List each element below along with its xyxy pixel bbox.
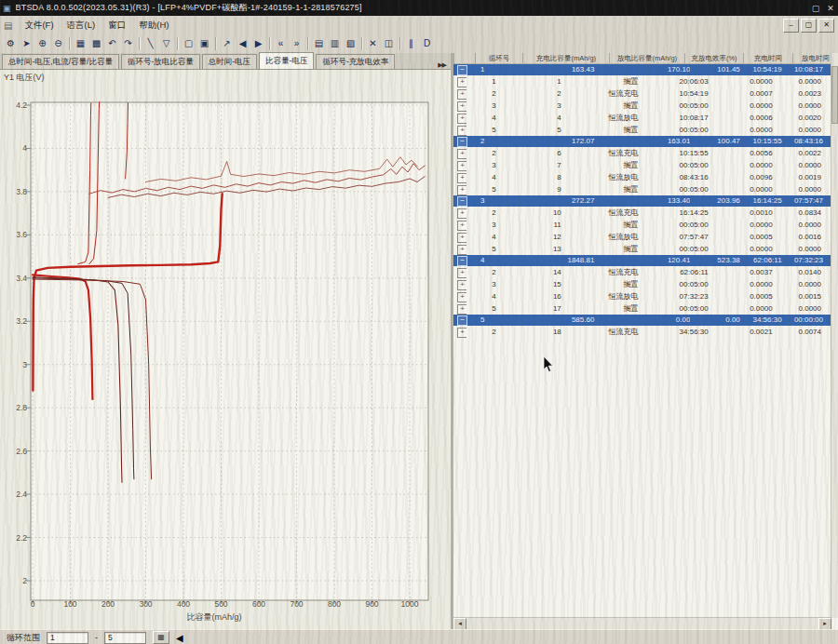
step-row[interactable]: +48恒流放电08:43:160.00960.0019 <box>453 171 838 183</box>
step-row[interactable]: +416恒流放电07:32:230.00050.0015 <box>453 290 838 302</box>
columns-button[interactable]: ∥ <box>403 36 419 51</box>
mdi-restore-button[interactable]: ▢ <box>801 19 817 33</box>
zoom-out-button[interactable]: ⊖ <box>50 36 66 51</box>
expand-icon[interactable]: + <box>457 101 466 112</box>
next-point-button[interactable]: ▶ <box>250 36 266 51</box>
collapse-icon[interactable]: − <box>457 137 467 147</box>
list-view-1-button[interactable]: ▤ <box>311 36 327 51</box>
settings-button[interactable]: ⚙ <box>3 36 19 51</box>
pointer-button[interactable]: ➤ <box>19 36 34 51</box>
table-hscrollbar[interactable]: ◂ ▸ <box>453 617 831 629</box>
expand-icon[interactable]: + <box>457 77 466 87</box>
expand-icon[interactable]: + <box>457 185 466 195</box>
step-row[interactable]: +37搁置00:05:000.00000.0000 <box>453 159 838 171</box>
step-row[interactable]: +513搁置00:05:000.00000.0000 <box>453 243 838 255</box>
collapse-icon[interactable]: − <box>457 65 467 75</box>
step-row[interactable]: +315搁置00:05:000.00000.0000 <box>453 278 838 290</box>
chart-view-button[interactable]: ▩ <box>88 36 104 51</box>
tab-capacity-voltage[interactable]: 比容量-电压 <box>259 52 314 69</box>
expand-icon[interactable]: + <box>457 292 466 302</box>
open-file-button[interactable]: ▢ <box>181 36 196 51</box>
mdi-close-button[interactable]: ✕ <box>818 19 834 33</box>
expand-icon[interactable]: + <box>457 233 466 243</box>
tab-cycle-efficiency[interactable]: 循环号-充放电效率 <box>316 54 395 69</box>
apply-range-button[interactable]: ▦ <box>153 631 169 644</box>
expand-icon[interactable]: + <box>457 221 466 231</box>
tab-time-voltage[interactable]: 总时间-电压 <box>202 54 257 69</box>
window-restore-button[interactable]: ▢ <box>808 4 823 13</box>
cycle-to-input[interactable]: 5 <box>104 632 146 644</box>
line-tool-button[interactable]: ╲ <box>142 36 158 51</box>
cycle-summary-row[interactable]: −3272.27133.40203.9616:14:2507:57:47 <box>453 195 838 207</box>
tab-time-voltage-current[interactable]: 总时间-电压,电流/容量/比容量 <box>2 54 119 69</box>
cycle-from-input[interactable]: 1 <box>47 632 88 644</box>
undo-button[interactable]: ↶ <box>104 36 120 51</box>
collapse-icon[interactable]: − <box>457 256 467 266</box>
expand-icon[interactable]: + <box>457 173 466 183</box>
tab-scroll-right-button[interactable]: ▶▶ <box>433 61 451 69</box>
cell-charge-capacity: 585.60 <box>520 315 626 326</box>
cycle-summary-row[interactable]: −1163.43170.10101.4510:54:1910:08:17 <box>453 64 838 75</box>
menu-file[interactable]: 文件(F) <box>18 18 60 32</box>
cycle-summary-row[interactable]: −2172.07163.01100.4710:15:5508:43:16 <box>453 136 838 147</box>
scroll-left-button[interactable]: ◂ <box>453 618 466 630</box>
expand-icon[interactable]: + <box>457 304 466 315</box>
step-row[interactable]: +210恒流充电16:14:250.00100.0834 <box>453 207 838 219</box>
chart-canvas[interactable]: 010020030040050060070080090010004.243.83… <box>0 69 451 633</box>
step-row[interactable]: +214恒流充电62:06:110.00370.0140 <box>453 266 838 278</box>
step-row[interactable]: +218恒流充电34:56:300.00210.0074 <box>453 326 838 338</box>
step-row[interactable]: +11搁置20:06:030.00000.0000 <box>453 75 838 87</box>
step-row[interactable]: +55搁置00:05:000.00000.0000 <box>453 124 838 136</box>
step-row[interactable]: +412恒流放电07:57:470.00050.0016 <box>453 231 838 243</box>
tab-cycle-discharge-capacity[interactable]: 循环号-放电比容量 <box>121 54 200 69</box>
data-tool-button[interactable]: D <box>419 36 435 51</box>
step-row[interactable]: +517搁置00:05:000.00000.0000 <box>453 302 838 315</box>
cell-step-type: 搁置 <box>591 278 672 290</box>
cell-step-index: 3 <box>466 159 507 171</box>
step-row[interactable]: +311搁置00:05:000.00000.0000 <box>453 219 838 231</box>
grid-view-button[interactable]: ▦ <box>73 36 88 51</box>
menu-help[interactable]: 帮助(H) <box>132 18 175 32</box>
filter-button[interactable]: ▽ <box>158 36 174 51</box>
expand-icon[interactable]: + <box>457 268 466 278</box>
step-row[interactable]: +26恒流充电10:15:550.00560.0022 <box>453 147 838 159</box>
window-close-button[interactable]: ✕ <box>823 4 838 13</box>
expand-icon[interactable]: + <box>457 126 466 136</box>
step-row[interactable]: +33搁置00:05:000.00000.0000 <box>453 100 838 112</box>
expand-icon[interactable]: + <box>457 89 466 100</box>
export-file-button[interactable]: ▣ <box>196 36 212 51</box>
expand-icon[interactable]: + <box>457 245 466 255</box>
database-button[interactable]: ◫ <box>381 36 397 51</box>
menu-language[interactable]: 语言(L) <box>61 18 102 32</box>
step-row[interactable]: +22恒流充电10:54:190.00070.0023 <box>453 87 838 100</box>
expand-icon[interactable]: + <box>457 161 466 171</box>
step-row[interactable]: +59搁置00:05:000.00000.0000 <box>453 183 838 195</box>
scroll-track[interactable] <box>466 619 818 629</box>
list-view-3-button[interactable]: ▧ <box>343 36 358 51</box>
expand-icon[interactable]: + <box>457 149 466 159</box>
step-row[interactable]: +44恒流放电10:08:170.00060.0020 <box>453 112 838 124</box>
expand-icon[interactable]: + <box>457 328 466 338</box>
expand-icon[interactable]: + <box>457 280 466 290</box>
zoom-in-button[interactable]: ⊕ <box>34 36 50 51</box>
expand-icon[interactable]: + <box>457 208 466 219</box>
vscroll-thumb[interactable] <box>831 66 838 124</box>
shrink-x-button[interactable]: « <box>273 36 289 51</box>
scroll-right-button[interactable]: ▸ <box>818 618 831 630</box>
menu-window[interactable]: 窗口 <box>101 18 132 32</box>
collapse-icon[interactable]: − <box>457 315 467 326</box>
mdi-minimize-button[interactable]: – <box>783 19 799 33</box>
marker-tool-button[interactable]: ↗ <box>219 36 235 51</box>
list-view-2-button[interactable]: ▥ <box>327 36 343 51</box>
collapse-arrow-icon[interactable]: ◀ <box>176 633 183 643</box>
cycle-summary-row[interactable]: −5585.600.000.0034:56:3000:00:00 <box>453 315 838 326</box>
close-view-button[interactable]: ✕ <box>365 36 381 51</box>
cycle-summary-row[interactable]: −41848.81120.41523.3862:06:1107:32:23 <box>453 255 838 266</box>
collapse-icon[interactable]: − <box>457 196 467 207</box>
cell-step-time: 10:15:55 <box>671 147 741 159</box>
table-vscrollbar[interactable] <box>831 53 838 618</box>
expand-icon[interactable]: + <box>457 114 466 124</box>
prev-point-button[interactable]: ◀ <box>235 36 250 51</box>
redo-button[interactable]: ↷ <box>120 36 136 51</box>
expand-x-button[interactable]: » <box>289 36 304 51</box>
